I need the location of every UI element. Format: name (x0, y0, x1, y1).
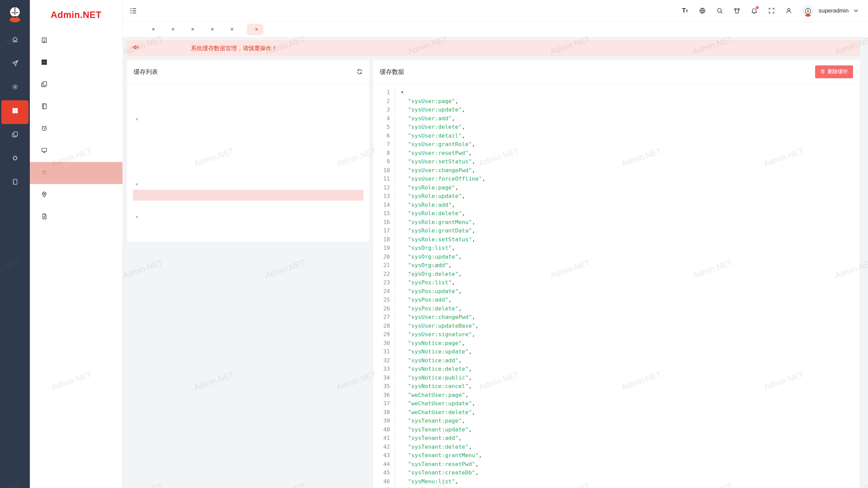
tree-node-test:IsDelete[interactable] (133, 125, 363, 136)
user-icon[interactable] (785, 7, 793, 15)
tree-node-tenant[interactable]: ▼ (133, 211, 363, 222)
json-string: "sysTenant:grantMenu" (408, 452, 479, 459)
menu-item-7[interactable] (30, 184, 122, 206)
line-number: 5 (373, 123, 395, 131)
menu-fold-icon[interactable] (130, 7, 137, 15)
tab-4[interactable]: ✕ (208, 22, 214, 37)
tab-close-icon[interactable]: ✕ (211, 27, 214, 32)
rail-item-6[interactable] (1, 171, 28, 195)
line-number: 20 (373, 252, 395, 261)
code-line: 11 "sysUser:forceOffline", (373, 175, 860, 183)
code-line: 8 "sysUser:resetPwd", (373, 149, 860, 158)
code-line: 12 "sysRole:page", (373, 183, 860, 192)
caret-down-icon[interactable]: ▼ (135, 117, 139, 121)
json-string: "sysNotice:public" (408, 374, 469, 381)
building-icon (41, 37, 48, 45)
tree-node-sys_second_ver[interactable] (133, 168, 363, 179)
tree-node-db[interactable]: ▼ (133, 114, 363, 125)
menu-item-0[interactable] (30, 30, 122, 52)
menu-item-4[interactable] (30, 118, 122, 140)
code-line: 6 "sysUser:detail", (373, 131, 860, 140)
line-number: 31 (373, 347, 395, 356)
code-content: "sysNotice:add", (395, 356, 462, 365)
menu-item-6[interactable] (30, 162, 122, 184)
tab-2[interactable]: ✕ (168, 22, 175, 37)
tab-3[interactable]: ✕ (188, 22, 195, 37)
line-number: 41 (373, 434, 395, 443)
tree-node-sys_wartermark[interactable] (133, 201, 363, 211)
tree-node-sys_captcha[interactable] (133, 103, 363, 114)
tree-node-test:Custom[interactable] (133, 146, 363, 157)
monitor-icon (41, 147, 48, 156)
avatar[interactable] (802, 5, 814, 17)
tab-close-icon[interactable]: ✕ (255, 27, 259, 32)
tab-5[interactable]: ✕ (227, 22, 234, 37)
caret-down-icon[interactable]: ▼ (135, 182, 139, 186)
rail-item-4[interactable] (1, 124, 28, 148)
line-number: 37 (373, 399, 395, 408)
refresh-icon[interactable] (356, 68, 363, 75)
language-icon[interactable] (698, 7, 706, 15)
rail-item-1[interactable] (1, 53, 28, 77)
json-string: "sysUser:signature" (408, 331, 472, 338)
primary-nav (0, 29, 30, 195)
username[interactable]: superadmin (818, 7, 849, 14)
chevron-down-icon[interactable] (852, 7, 860, 15)
brand-logo[interactable]: Admin.NET (30, 0, 122, 30)
tab-close-icon[interactable]: ✕ (152, 27, 155, 32)
menu-item-3[interactable] (30, 96, 122, 118)
menu-item-5[interactable] (30, 140, 122, 162)
app-logo[interactable] (0, 0, 30, 29)
tree-node-252885263000000[interactable] (133, 190, 363, 201)
fullscreen-icon[interactable] (767, 7, 775, 15)
tree-node-sys_single_login[interactable] (133, 92, 363, 103)
code-content: "sysUser:forceOffline", (395, 175, 485, 183)
code-content: "sysNotice:public", (395, 373, 472, 382)
code-line: 19 "sysOrg:list", (373, 244, 860, 252)
tree-node-123456780000000:IsDelete[interactable] (133, 136, 363, 146)
line-number: 8 (373, 149, 395, 158)
rail-item-2[interactable] (1, 77, 28, 100)
json-string: "sysRole:update" (408, 193, 462, 199)
rail-item-3[interactable] (1, 100, 28, 124)
code-line: 17 "sysRole:grantData", (373, 226, 860, 235)
tab-close-icon[interactable]: ✕ (171, 27, 175, 32)
line-number: 17 (373, 226, 395, 235)
code-line: 38 "weChatUser:delete", (373, 408, 860, 417)
code-content: "sysNotice:update", (395, 347, 472, 356)
line-number: 4 (373, 114, 395, 123)
trash-icon (820, 69, 825, 75)
tree-node-permission[interactable]: ▼ (133, 179, 363, 190)
menu-item-1[interactable] (30, 52, 122, 74)
menu-item-2[interactable] (30, 74, 122, 96)
menu-item-8[interactable] (30, 206, 122, 228)
secondary-sidebar: Admin.NET (30, 0, 123, 488)
notification-bell-icon[interactable] (750, 7, 758, 15)
json-string: "sysTenant:resetPwd" (408, 461, 475, 467)
code-line: 37 "weChatUser:update", (373, 399, 860, 408)
tab-6[interactable]: ✕ (247, 24, 264, 35)
line-number: 22 (373, 270, 395, 279)
tree-node-list[interactable] (133, 222, 363, 233)
document-icon (41, 213, 48, 222)
json-string: "sysOrg:delete" (408, 271, 458, 277)
rail-item-5[interactable] (1, 148, 28, 171)
caret-down-icon[interactable]: ▼ (135, 215, 139, 219)
collapse-caret-icon[interactable]: ▼ (401, 90, 403, 95)
tab-1[interactable]: ✕ (149, 22, 155, 37)
rail-item-0[interactable] (1, 29, 28, 53)
json-string: "sysUser:detail" (408, 133, 462, 139)
json-string: "sysUser:updateBase" (408, 323, 475, 329)
line-number: 9 (373, 157, 395, 166)
line-number: 12 (373, 183, 395, 192)
tree-node-123456780000000:Custom[interactable] (133, 157, 363, 168)
chip-icon (12, 155, 19, 163)
tab-close-icon[interactable]: ✕ (230, 27, 234, 32)
delete-cache-button[interactable]: 删除缓存 (815, 65, 853, 78)
tab-close-icon[interactable]: ✕ (191, 27, 195, 32)
font-size-icon[interactable]: Tт (681, 7, 689, 15)
theme-shirt-icon[interactable] (733, 7, 741, 15)
search-icon[interactable] (715, 7, 724, 15)
code-content: "sysUser:delete", (395, 123, 465, 131)
code-content: "sysRole:setStatus", (395, 235, 475, 244)
